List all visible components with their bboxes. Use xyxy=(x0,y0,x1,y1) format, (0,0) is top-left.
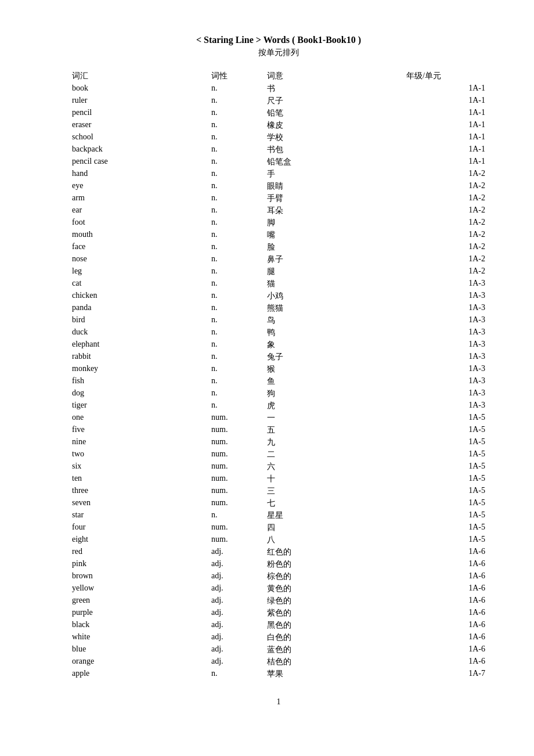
cell-pos: n. xyxy=(209,82,265,95)
table-row: rabbitn.兔子1A-3 xyxy=(70,351,488,363)
cell-pos: adj. xyxy=(209,607,265,619)
cell-pos: n. xyxy=(209,265,265,278)
cell-pos: n. xyxy=(209,192,265,204)
cell-meaning: 二 xyxy=(265,448,404,460)
table-row: tennum.十1A-5 xyxy=(70,473,488,485)
cell-word: star xyxy=(70,509,209,521)
cell-meaning: 棕色的 xyxy=(265,570,404,582)
cell-pos: n. xyxy=(209,278,265,290)
table-row: legn.腿1A-2 xyxy=(70,265,488,278)
cell-grade: 1A-3 xyxy=(404,314,488,326)
cell-word: leg xyxy=(70,265,209,278)
cell-grade: 1A-3 xyxy=(404,363,488,375)
cell-meaning: 鼻子 xyxy=(265,253,404,265)
cell-pos: n. xyxy=(209,253,265,265)
cell-grade: 1A-5 xyxy=(404,509,488,521)
table-header-row: 词汇 词性 词意 年级/单元 xyxy=(70,70,488,82)
cell-word: one xyxy=(70,412,209,424)
cell-grade: 1A-5 xyxy=(404,412,488,424)
cell-pos: adj. xyxy=(209,656,265,668)
cell-pos: n. xyxy=(209,326,265,339)
cell-pos: n. xyxy=(209,119,265,131)
cell-grade: 1A-3 xyxy=(404,302,488,314)
cell-meaning: 五 xyxy=(265,424,404,436)
cell-word: duck xyxy=(70,326,209,339)
cell-pos: n. xyxy=(209,204,265,217)
cell-pos: n. xyxy=(209,180,265,192)
cell-grade: 1A-5 xyxy=(404,485,488,497)
page-subtitle: 按单元排列 xyxy=(70,48,488,58)
cell-grade: 1A-6 xyxy=(404,619,488,631)
cell-grade: 1A-2 xyxy=(404,192,488,204)
cell-pos: n. xyxy=(209,107,265,119)
cell-meaning: 象 xyxy=(265,339,404,351)
cell-grade: 1A-5 xyxy=(404,424,488,436)
cell-meaning: 蓝色的 xyxy=(265,643,404,656)
cell-meaning: 紫色的 xyxy=(265,607,404,619)
cell-meaning: 橡皮 xyxy=(265,119,404,131)
cell-word: chicken xyxy=(70,290,209,302)
table-row: chickenn.小鸡1A-3 xyxy=(70,290,488,302)
cell-meaning: 八 xyxy=(265,534,404,546)
cell-pos: num. xyxy=(209,448,265,460)
table-row: bookn.书1A-1 xyxy=(70,82,488,95)
cell-meaning: 兔子 xyxy=(265,351,404,363)
cell-word: cat xyxy=(70,278,209,290)
cell-meaning: 星星 xyxy=(265,509,404,521)
cell-meaning: 熊猫 xyxy=(265,302,404,314)
cell-grade: 1A-3 xyxy=(404,278,488,290)
cell-meaning: 一 xyxy=(265,412,404,424)
cell-word: red xyxy=(70,546,209,558)
cell-pos: n. xyxy=(209,290,265,302)
cell-pos: n. xyxy=(209,156,265,168)
cell-pos: adj. xyxy=(209,595,265,607)
table-row: pencil casen.铅笔盒1A-1 xyxy=(70,156,488,168)
cell-pos: n. xyxy=(209,375,265,387)
cell-meaning: 绿色的 xyxy=(265,595,404,607)
cell-pos: num. xyxy=(209,436,265,448)
table-row: threenum.三1A-5 xyxy=(70,485,488,497)
table-row: eightnum.八1A-5 xyxy=(70,534,488,546)
table-row: blueadj.蓝色的1A-6 xyxy=(70,643,488,656)
cell-pos: n. xyxy=(209,351,265,363)
col-header-word: 词汇 xyxy=(70,70,209,82)
cell-pos: adj. xyxy=(209,570,265,582)
cell-pos: num. xyxy=(209,473,265,485)
table-row: duckn.鸭1A-3 xyxy=(70,326,488,339)
cell-word: eye xyxy=(70,180,209,192)
cell-meaning: 虎 xyxy=(265,399,404,412)
page-header: < Staring Line > Words ( Book1-Book10 ) … xyxy=(70,35,488,58)
table-row: earn.耳朵1A-2 xyxy=(70,204,488,217)
cell-word: fish xyxy=(70,375,209,387)
table-row: fivenum.五1A-5 xyxy=(70,424,488,436)
table-row: yellowadj.黄色的1A-6 xyxy=(70,582,488,595)
cell-meaning: 四 xyxy=(265,521,404,534)
cell-word: panda xyxy=(70,302,209,314)
cell-pos: num. xyxy=(209,534,265,546)
table-row: pandan.熊猫1A-3 xyxy=(70,302,488,314)
cell-grade: 1A-2 xyxy=(404,229,488,241)
cell-word: purple xyxy=(70,607,209,619)
cell-grade: 1A-1 xyxy=(404,95,488,107)
cell-meaning: 三 xyxy=(265,485,404,497)
cell-grade: 1A-6 xyxy=(404,643,488,656)
cell-meaning: 耳朵 xyxy=(265,204,404,217)
table-row: dogn.狗1A-3 xyxy=(70,387,488,399)
table-row: birdn.鸟1A-3 xyxy=(70,314,488,326)
col-header-pos: 词性 xyxy=(209,70,265,82)
table-row: monkeyn.猴1A-3 xyxy=(70,363,488,375)
table-row: facen.脸1A-2 xyxy=(70,241,488,253)
table-row: greenadj.绿色的1A-6 xyxy=(70,595,488,607)
cell-meaning: 脸 xyxy=(265,241,404,253)
cell-grade: 1A-2 xyxy=(404,180,488,192)
cell-pos: adj. xyxy=(209,619,265,631)
cell-pos: adj. xyxy=(209,582,265,595)
table-row: elephantn.象1A-3 xyxy=(70,339,488,351)
cell-word: two xyxy=(70,448,209,460)
cell-pos: n. xyxy=(209,241,265,253)
cell-word: elephant xyxy=(70,339,209,351)
table-row: applen.苹果1A-7 xyxy=(70,668,488,680)
cell-grade: 1A-5 xyxy=(404,448,488,460)
cell-meaning: 眼睛 xyxy=(265,180,404,192)
cell-word: nose xyxy=(70,253,209,265)
